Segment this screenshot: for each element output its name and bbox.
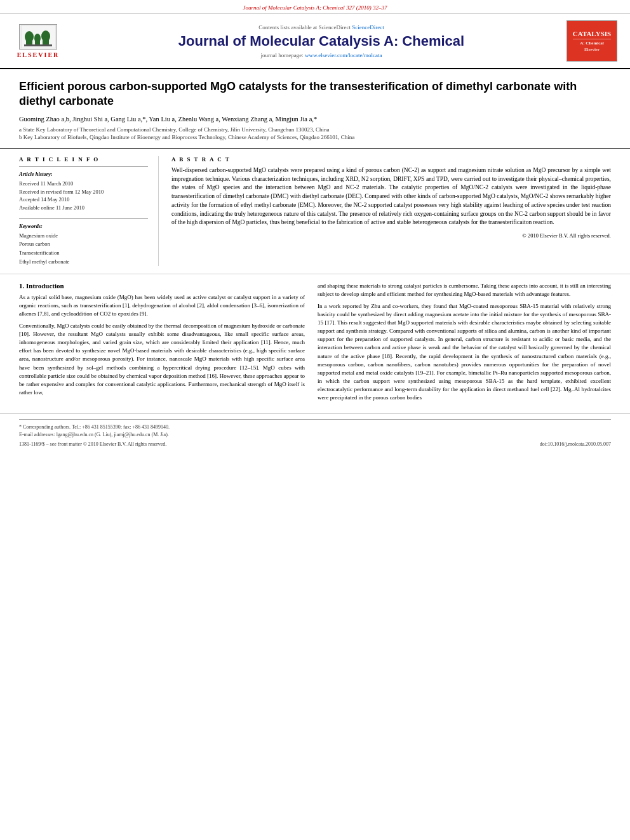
article-info-abstract-section: A R T I C L E I N F O Article history: R…	[0, 149, 630, 274]
body-right-column: and shaping these materials to strong ca…	[318, 282, 611, 406]
svg-point-6	[41, 30, 50, 42]
journal-reference: Journal of Molecular Catalysis A; Chemic…	[243, 4, 387, 11]
history-accepted: Accepted 14 May 2010	[19, 196, 148, 204]
history-label: Article history:	[19, 171, 148, 177]
svg-point-4	[34, 34, 41, 43]
affiliation-b: b Key Laboratory of Biofuels, Qingdao In…	[19, 134, 611, 140]
elsevier-tree-icon	[19, 24, 57, 50]
homepage-url-link[interactable]: www.elsevier.com/locate/molcata	[305, 52, 382, 58]
doi-line: doi:10.1016/j.molcata.2010.05.007	[540, 441, 611, 447]
history-revised: Received in revised form 12 May 2010	[19, 188, 148, 196]
keywords-box: Keywords: Magnesium oxide Porous carbon …	[19, 218, 148, 266]
abstract-column: A B S T R A C T Well-dispersed carbon-su…	[171, 156, 611, 266]
article-info-title: A R T I C L E I N F O	[19, 156, 148, 163]
footnote-2: E-mail addresses: lgang@jhu.edu.cn (G. L…	[19, 431, 611, 439]
keyword-4: Ethyl methyl carbonate	[19, 258, 148, 267]
svg-point-2	[25, 31, 34, 43]
elsevier-logo-block: ELSEVIER	[13, 24, 64, 58]
article-history-box: Article history: Received 11 March 2010 …	[19, 166, 148, 212]
sciencedirect-link[interactable]: ScienceDirect	[352, 24, 384, 30]
article-title: Efficient porous carbon-supported MgO ca…	[19, 79, 611, 109]
history-online: Available online 11 June 2010	[19, 204, 148, 212]
footer-bottom-row: 1381-1169/$ – see front matter © 2010 El…	[19, 441, 611, 447]
authors-line: Guoming Zhao a,b, Jinghui Shi a, Gang Li…	[19, 116, 611, 123]
journal-header: ELSEVIER Contents lists available at Sci…	[0, 14, 630, 69]
affiliation-a: a State Key Laboratory of Theoretical an…	[19, 126, 611, 133]
homepage-line: journal homepage: www.elsevier.com/locat…	[76, 52, 566, 58]
issn-line: 1381-1169/$ – see front matter © 2010 El…	[19, 441, 166, 447]
body-left-column: 1. Introduction As a typical solid base,…	[19, 282, 305, 406]
catalysis-logo: CATALYSIS A: Chemical Elsevier	[566, 20, 617, 62]
abstract-body: Well-dispersed carbon-supported MgO cata…	[171, 166, 611, 227]
intro-para-1: As a typical solid base, magnesium oxide…	[19, 293, 305, 318]
intro-para-2: Conventionally, MgO catalysts could be e…	[19, 322, 305, 396]
right-para-1: and shaping these materials to strong ca…	[318, 282, 611, 298]
page-footer: * Corresponding authors. Tel.: +86 431 8…	[0, 413, 630, 452]
keyword-2: Porous carbon	[19, 240, 148, 249]
intro-heading: 1. Introduction	[19, 282, 305, 290]
contents-available-line: Contents lists available at ScienceDirec…	[76, 24, 566, 30]
footnote-1: * Corresponding authors. Tel.: +86 431 8…	[19, 423, 611, 431]
keyword-1: Magnesium oxide	[19, 232, 148, 241]
article-info-column: A R T I C L E I N F O Article history: R…	[19, 156, 159, 266]
history-received: Received 11 March 2010	[19, 180, 148, 188]
abstract-title: A B S T R A C T	[171, 156, 611, 163]
top-bar: Journal of Molecular Catalysis A; Chemic…	[0, 0, 630, 14]
elsevier-brand-text: ELSEVIER	[17, 51, 60, 58]
body-section: 1. Introduction As a typical solid base,…	[0, 274, 630, 413]
keywords-label: Keywords:	[19, 223, 148, 229]
right-para-2: In a work reported by Zhu and co-workers…	[318, 302, 611, 402]
journal-name: Journal of Molecular Catalysis A: Chemic…	[76, 33, 566, 50]
svg-rect-7	[24, 44, 52, 46]
article-section: Efficient porous carbon-supported MgO ca…	[0, 69, 630, 149]
journal-title-center: Contents lists available at ScienceDirec…	[76, 24, 566, 58]
keyword-3: Transesterification	[19, 249, 148, 258]
copyright-line: © 2010 Elsevier B.V. All rights reserved…	[171, 232, 611, 239]
